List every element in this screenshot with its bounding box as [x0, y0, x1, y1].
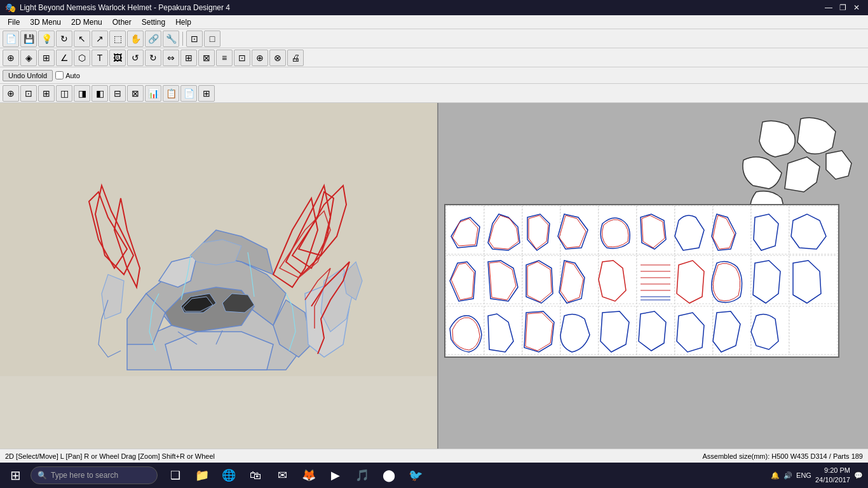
- tb4-btn2[interactable]: ⊡: [20, 85, 37, 102]
- view-split[interactable]: ⊡: [186, 30, 203, 47]
- tb2-btn2[interactable]: ◈: [20, 50, 37, 66]
- svg-rect-43: [599, 255, 637, 304]
- tb2-btn9[interactable]: ↻: [145, 50, 161, 66]
- search-bar[interactable]: 🔍 Type here to search: [31, 466, 158, 484]
- toolbar-separator: [182, 32, 183, 46]
- select2-button[interactable]: ↗: [92, 30, 108, 47]
- tb2-btn14[interactable]: ⊡: [234, 50, 250, 66]
- menu-file[interactable]: File: [3, 17, 25, 28]
- tool3-button[interactable]: ⬚: [109, 30, 126, 47]
- search-placeholder: Type here to search: [51, 471, 118, 480]
- svg-rect-57: [484, 306, 522, 355]
- toolbar4: ⊕ ⊡ ⊞ ◫ ◨ ◧ ⊟ ⊠ 📊 📋 📄 ⊞: [0, 84, 868, 103]
- 2d-view[interactable]: [438, 103, 868, 449]
- menu-setting[interactable]: Setting: [137, 17, 170, 28]
- svg-rect-33: [599, 206, 637, 254]
- tool5-button[interactable]: 🔗: [145, 30, 161, 47]
- tb2-btn4[interactable]: ∠: [56, 50, 72, 66]
- tb2-btn8[interactable]: ↺: [127, 50, 144, 66]
- clock-date: 24/10/2017: [815, 475, 850, 485]
- tb2-btn17[interactable]: 🖨: [287, 50, 304, 66]
- tb2-btn3[interactable]: ⊞: [38, 50, 55, 66]
- taskbar: ⊞ 🔍 Type here to search ❑ 📁 🌐 🛍 ✉ 🦊 ▶ 🎵 …: [0, 463, 868, 488]
- rotate-button[interactable]: ↻: [56, 30, 72, 47]
- view-full[interactable]: □: [204, 30, 220, 47]
- taskbar-volume-icon: 🔊: [783, 471, 792, 480]
- toolbar2: ⊕ ◈ ⊞ ∠ ⬡ T 🖼 ↺ ↻ ⇔ ⊞ ⊠ ≡ ⊡ ⊕ ⊗ 🖨: [0, 48, 868, 67]
- tb4-btn1[interactable]: ⊕: [3, 85, 19, 102]
- tb4-btn9[interactable]: 📊: [145, 85, 161, 102]
- taskbar-app2[interactable]: 🐦: [403, 463, 428, 488]
- svg-rect-38: [789, 206, 837, 254]
- taskbar-browser2[interactable]: 🦊: [296, 463, 322, 488]
- svg-rect-59: [560, 306, 599, 355]
- tb4-btn11[interactable]: 📄: [180, 85, 197, 102]
- tb4-btn3[interactable]: ⊞: [38, 85, 55, 102]
- select-button[interactable]: ↖: [74, 30, 90, 47]
- window-title: Light Beyond Nemesis Warlock Helmet - Pe…: [20, 3, 230, 12]
- tb4-btn10[interactable]: 📋: [163, 85, 179, 102]
- window-controls: — ❐ ✕: [822, 1, 863, 14]
- tb2-btn1[interactable]: ⊕: [3, 50, 19, 66]
- taskbar-chrome[interactable]: ⬤: [376, 463, 402, 488]
- 3d-view[interactable]: [0, 103, 438, 449]
- title-bar: 🎭 Light Beyond Nemesis Warlock Helmet - …: [0, 0, 868, 15]
- tool6-button[interactable]: 🔧: [163, 30, 179, 47]
- tb2-btn15[interactable]: ⊕: [252, 50, 268, 66]
- taskbar-music[interactable]: 🎵: [349, 463, 375, 488]
- status-right: Assembled size(mm): H500 W435 D314 / Par…: [703, 452, 864, 460]
- menu-2d[interactable]: 2D Menu: [66, 17, 107, 28]
- tool4-button[interactable]: ✋: [127, 30, 144, 47]
- save-button[interactable]: 💾: [20, 30, 37, 47]
- 3d-model-svg: [0, 103, 438, 376]
- tb2-btn5[interactable]: ⬡: [74, 50, 90, 66]
- taskbar-notification-icon: 🔔: [771, 471, 780, 480]
- tb2-btn11[interactable]: ⊞: [180, 50, 197, 66]
- tb2-btn10[interactable]: ⇔: [163, 50, 179, 66]
- menu-other[interactable]: Other: [107, 17, 137, 28]
- auto-checkbox-input[interactable]: [55, 71, 64, 79]
- tb4-btn12[interactable]: ⊞: [198, 85, 215, 102]
- taskbar-icons: ❑ 📁 🌐 🛍 ✉ 🦊 ▶ 🎵 ⬤ 🐦: [163, 463, 428, 488]
- tb2-btn6[interactable]: T: [92, 50, 108, 66]
- notification-button[interactable]: 💬: [854, 471, 863, 480]
- toolbar1: 📄 💾 💡 ↻ ↖ ↗ ⬚ ✋ 🔗 🔧 ⊡ □: [0, 29, 868, 48]
- svg-rect-56: [446, 306, 484, 355]
- tb2-btn7[interactable]: 🖼: [109, 50, 126, 66]
- minimize-button[interactable]: —: [822, 1, 835, 14]
- close-button[interactable]: ✕: [850, 1, 863, 14]
- paper-grid: [445, 205, 839, 357]
- search-icon: 🔍: [37, 471, 47, 480]
- status-bar: 2D [Select/Move] L [Pan] R or Wheel Drag…: [0, 449, 868, 463]
- app-icon: 🎭: [5, 3, 16, 13]
- tb4-btn7[interactable]: ⊟: [109, 85, 126, 102]
- svg-rect-41: [522, 255, 560, 304]
- start-button[interactable]: ⊞: [0, 463, 31, 488]
- svg-rect-60: [599, 306, 637, 355]
- svg-rect-64: [751, 306, 789, 355]
- light-button[interactable]: 💡: [38, 30, 55, 47]
- tb2-btn13[interactable]: ≡: [216, 50, 233, 66]
- tb4-btn5[interactable]: ◨: [74, 85, 90, 102]
- clock-time: 9:20 PM: [815, 466, 850, 475]
- tb4-btn6[interactable]: ◧: [92, 85, 108, 102]
- tb4-btn8[interactable]: ⊠: [127, 85, 144, 102]
- 2d-view-svg: [438, 103, 868, 376]
- new-button[interactable]: 📄: [3, 30, 19, 47]
- maximize-button[interactable]: ❐: [836, 1, 849, 14]
- taskbar-mail[interactable]: ✉: [269, 463, 295, 488]
- menu-3d[interactable]: 3D Menu: [25, 17, 66, 28]
- tb2-btn16[interactable]: ⊗: [269, 50, 286, 66]
- taskbar-explorer[interactable]: 📁: [189, 463, 215, 488]
- tb4-btn4[interactable]: ◫: [56, 85, 72, 102]
- content-area: [0, 103, 868, 449]
- taskbar-media[interactable]: ▶: [323, 463, 348, 488]
- tb2-btn12[interactable]: ⊠: [198, 50, 215, 66]
- taskbar-taskview[interactable]: ❑: [163, 463, 188, 488]
- svg-rect-39: [446, 255, 484, 304]
- taskbar-edge[interactable]: 🌐: [216, 463, 241, 488]
- menu-help[interactable]: Help: [170, 17, 196, 28]
- undo-unfold-button[interactable]: Undo Unfold: [3, 70, 53, 81]
- taskbar-store[interactable]: 🛍: [243, 463, 268, 488]
- toolbar3: Undo Unfold Auto: [0, 67, 868, 84]
